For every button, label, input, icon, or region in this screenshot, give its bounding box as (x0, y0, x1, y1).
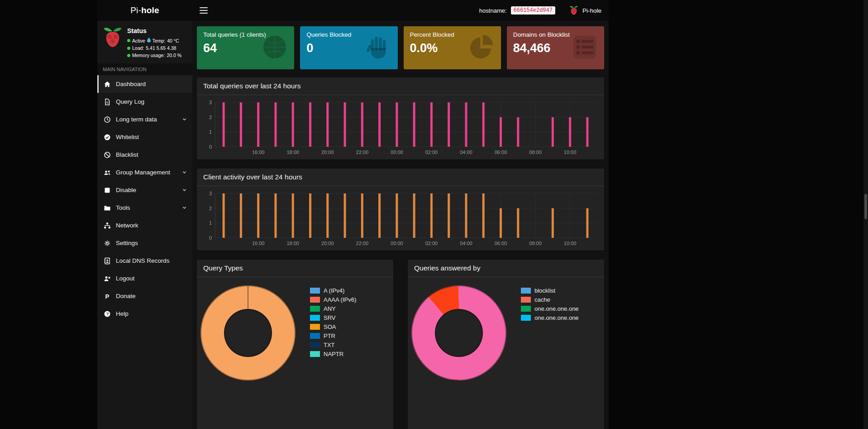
legend-item-soa[interactable]: SOA (310, 323, 356, 330)
legend-swatch (310, 297, 320, 303)
gears-icon (104, 240, 111, 247)
legend-label: A (IPv4) (324, 287, 344, 294)
chevron-down-icon (182, 117, 187, 122)
card-total-queries-1-clients[interactable]: Total queries (1 clients)64 (197, 26, 294, 69)
sidebar-toggle-button[interactable] (200, 7, 208, 14)
queries-answered-body: blocklistcacheone.one.one.oneone.one.one… (408, 277, 604, 385)
card-percent-blocked[interactable]: Percent Blocked0.0% (404, 26, 501, 69)
sidebar-item-group-management[interactable]: Group Management (97, 164, 192, 181)
legend-swatch (310, 288, 320, 294)
status-line-active: Active Temp: 40 °C (127, 37, 181, 44)
sidebar-item-dashboard[interactable]: Dashboard (97, 75, 192, 93)
svg-text:2: 2 (209, 206, 212, 211)
svg-text:10:00: 10:00 (564, 149, 577, 155)
svg-text:00:00: 00:00 (391, 149, 403, 155)
legend-item-srv[interactable]: SRV (310, 314, 356, 321)
sidebar-item-local-dns-records[interactable]: Local DNS Records (97, 252, 192, 270)
hostname-value-badge: 666154e2d947 (511, 6, 555, 14)
sidebar-item-donate[interactable]: PDonate (97, 287, 192, 305)
panel-total-queries-title: Total queries over last 24 hours (203, 82, 598, 90)
screen: Pi-hole hostname: 666154e2d947 Pi-hole S… (0, 0, 868, 429)
navbar-brand-link[interactable]: Pi-hole (582, 7, 601, 14)
queries-answered-donut-chart[interactable] (411, 285, 506, 381)
donut-hole (224, 309, 272, 357)
app-logo[interactable]: Pi-hole (97, 0, 192, 21)
panel-total-queries-header: Total queries over last 24 hours (197, 77, 604, 95)
legend-item-cache[interactable]: cache (521, 296, 579, 303)
svg-text:08:00: 08:00 (529, 241, 542, 246)
svg-text:00:00: 00:00 (391, 241, 403, 246)
client-activity-chart[interactable]: 012316:0018:0020:0022:0000:0002:0004:000… (201, 190, 600, 248)
legend-item-txt[interactable]: TXT (310, 342, 356, 348)
legend-swatch (310, 315, 320, 321)
legend-item-one-one-one-one[interactable]: one.one.one.one (521, 314, 579, 321)
legend-swatch (310, 306, 320, 312)
app-logo-bold: hole (141, 5, 159, 15)
legend-item-any[interactable]: ANY (310, 305, 356, 312)
sidebar-item-help[interactable]: ?Help (97, 305, 192, 323)
sidebar-item-blacklist[interactable]: Blacklist (97, 146, 192, 164)
help-icon: ? (104, 310, 111, 318)
svg-text:0: 0 (209, 235, 212, 241)
svg-text:1: 1 (209, 220, 212, 226)
sidebar-item-query-log[interactable]: Query Log (97, 93, 192, 111)
svg-text:3: 3 (209, 191, 212, 196)
legend-label: TXT (324, 342, 335, 348)
sidebar-item-label: Query Log (116, 98, 187, 105)
legend-label: cache (534, 296, 550, 303)
chevron-down-icon (182, 170, 187, 175)
sidebar-item-disable[interactable]: Disable (97, 181, 192, 199)
legend-item-aaaa-ipv6[interactable]: AAAA (IPv6) (310, 296, 356, 303)
svg-text:22:00: 22:00 (356, 149, 369, 155)
ban-icon (104, 151, 111, 159)
legend-item-naptr[interactable]: NAPTR (310, 351, 356, 357)
panel-queries-answered-by-title: Queries answered by (414, 264, 598, 272)
svg-text:08:00: 08:00 (529, 149, 542, 155)
sidebar-item-logout[interactable]: Logout (97, 270, 192, 287)
navbar-right-group: hostname: 666154e2d947 Pi-hole (479, 5, 601, 16)
svg-text:04:00: 04:00 (460, 241, 472, 246)
legend-label: SOA (324, 323, 336, 330)
legend-item-ptr[interactable]: PTR (310, 333, 356, 339)
sidebar-item-label: Long term data (116, 116, 177, 123)
query-types-donut-chart[interactable] (200, 285, 296, 381)
load-values: 5.41 5.65 4.38 (146, 44, 176, 52)
scrollbar-thumb[interactable] (864, 194, 867, 219)
main-content: Total queries (1 clients)64Queries Block… (192, 21, 609, 429)
sidebar-item-label: Settings (116, 240, 187, 246)
sidebar-item-settings[interactable]: Settings (97, 234, 192, 252)
summary-cards-row: Total queries (1 clients)64Queries Block… (197, 26, 604, 69)
legend-label: SRV (324, 314, 336, 321)
svg-text:16:00: 16:00 (252, 149, 265, 155)
svg-text:06:00: 06:00 (495, 241, 507, 246)
status-panel: Status Active Temp: 40 °C Load: 5.41 5.6… (97, 21, 192, 63)
panel-client-activity-title: Client activity over last 24 hours (203, 173, 598, 181)
status-active-label: Active (132, 37, 145, 44)
sidebar-item-label: Help (116, 310, 187, 317)
top-navbar: Pi-hole hostname: 666154e2d947 Pi-hole (97, 0, 609, 21)
svg-text:18:00: 18:00 (286, 241, 299, 246)
legend-swatch (521, 297, 531, 303)
panel-queries-answered-by: Queries answered by blocklistcacheone.on… (408, 260, 604, 429)
legend-item-a-ipv4[interactable]: A (IPv4) (310, 287, 356, 294)
panel-query-types: Query Types A (IPv4)AAAA (IPv6)ANYSRVSOA… (197, 260, 393, 429)
sidebar-item-whitelist[interactable]: Whitelist (97, 128, 192, 146)
legend-label: one.one.one.one (534, 314, 579, 321)
status-active-dot (127, 39, 130, 42)
total-queries-chart[interactable]: 012316:0018:0020:0022:0000:0002:0004:000… (201, 99, 600, 157)
legend-swatch (310, 342, 320, 348)
sidebar-item-long-term-data[interactable]: Long term data (97, 111, 192, 128)
scrollbar-track[interactable] (863, 0, 868, 429)
legend-item-one-one-one-one[interactable]: one.one.one.one (521, 305, 579, 312)
card-queries-blocked[interactable]: Queries Blocked0 (300, 26, 397, 69)
queries-answered-legend: blocklistcacheone.one.one.oneone.one.one… (521, 285, 579, 381)
legend-label: blocklist (534, 287, 555, 294)
card-domains-on-blocklist[interactable]: Domains on Blocklist84,466 (507, 26, 604, 69)
svg-text:1: 1 (209, 129, 212, 135)
legend-item-blocklist[interactable]: blocklist (521, 287, 579, 294)
sidebar-item-tools[interactable]: Tools (97, 199, 192, 217)
legend-swatch (310, 324, 320, 330)
svg-text:20:00: 20:00 (321, 149, 334, 155)
sidebar-item-network[interactable]: Network (97, 217, 192, 234)
panel-query-types-title: Query Types (203, 264, 387, 272)
